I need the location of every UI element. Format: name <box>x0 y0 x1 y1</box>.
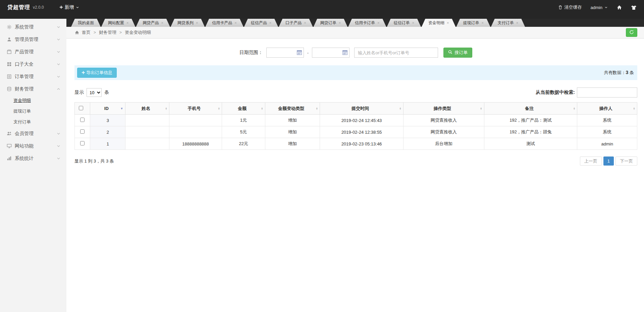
close-icon[interactable]: × <box>339 21 341 25</box>
column-header-id[interactable]: ID▼ <box>90 103 125 115</box>
column-label: 姓名 <box>142 106 150 111</box>
row-checkbox[interactable] <box>80 118 85 122</box>
row-checkbox[interactable] <box>80 141 85 145</box>
home-button[interactable] <box>616 5 622 10</box>
breadcrumb-home[interactable]: 首页 <box>82 29 91 36</box>
tshirt-icon <box>631 5 637 10</box>
tab-credit-card-product[interactable]: 信用卡产品× <box>205 19 243 27</box>
sidebar-subitem-withdraw-order[interactable]: 提现订单 <box>0 106 66 117</box>
user-menu[interactable]: admin <box>591 5 608 10</box>
cell-operator: admin <box>577 138 637 150</box>
sidebar-item-site[interactable]: 网站功能 <box>0 140 66 152</box>
close-icon[interactable]: × <box>412 21 414 25</box>
sidebar-item-system[interactable]: 系统管理 <box>0 21 66 33</box>
show-label: 显示 <box>74 89 84 96</box>
calendar-icon[interactable] <box>342 50 348 56</box>
close-icon[interactable]: × <box>234 21 236 25</box>
sidebar-item-label: 财务管理 <box>15 86 56 92</box>
tab-site-config[interactable]: 网站配置× <box>101 19 135 27</box>
close-icon[interactable]: × <box>196 21 198 25</box>
search-order-button[interactable]: 搜订单 <box>443 48 472 58</box>
tab-kouzi-product[interactable]: 口子产品× <box>279 19 313 27</box>
select-all-checkbox[interactable] <box>79 106 83 110</box>
cell-op-type: 网贷直推收入 <box>403 126 484 138</box>
tab-loan-series[interactable]: 网贷系列× <box>171 19 205 27</box>
tab-credit-card-order[interactable]: 信用卡订单× <box>348 19 386 27</box>
tab-payment-order[interactable]: 支付订单× <box>491 19 525 27</box>
column-header-change-type[interactable]: 金额变动类型▲▼ <box>265 103 320 115</box>
calendar-icon[interactable] <box>297 50 303 56</box>
tab-label: 网站配置 <box>108 20 124 26</box>
sidebar-item-stats[interactable]: 系统统计 <box>0 152 66 165</box>
table-row: 31元增加2019-02-24 12:45:43网贷直推收入192，推广产品：测… <box>75 115 637 126</box>
close-icon[interactable]: × <box>377 21 379 25</box>
sidebar-subitem-payment-order[interactable]: 支付订单 <box>0 117 66 127</box>
column-header-amount[interactable]: 金额▲▼ <box>222 103 265 115</box>
theme-button[interactable] <box>631 5 637 10</box>
row-checkbox[interactable] <box>80 129 85 134</box>
close-icon[interactable]: × <box>447 21 449 25</box>
close-icon[interactable]: × <box>269 21 271 25</box>
tab-credit-product[interactable]: 征信产品× <box>244 19 278 27</box>
tab-label: 资金明细 <box>428 20 444 26</box>
cell-change-type: 增加 <box>265 115 320 126</box>
close-icon[interactable]: × <box>481 21 483 25</box>
cell-change-type: 增加 <box>265 138 320 150</box>
tab-loan-product[interactable]: 网贷产品× <box>136 19 170 27</box>
export-orders-button[interactable]: 导出订单信息 <box>77 68 117 78</box>
column-header-operator[interactable]: 操作人▲▼ <box>577 103 637 115</box>
column-header-op-type[interactable]: 操作类型▲▼ <box>403 103 484 115</box>
column-header-remark[interactable]: 备注▲▼ <box>484 103 577 115</box>
close-icon[interactable]: × <box>516 21 518 25</box>
chevron-down-icon <box>56 131 61 136</box>
column-header-name[interactable]: 姓名▲▼ <box>125 103 169 115</box>
plus-icon <box>82 70 85 75</box>
next-page-button[interactable]: 下一页 <box>615 157 637 166</box>
tab-credit-order[interactable]: 征信订单× <box>387 19 421 27</box>
sidebar-item-finance[interactable]: 财务管理 <box>0 83 66 95</box>
column-header-phone[interactable]: 手机号▲▼ <box>169 103 222 115</box>
sidebar-item-admin[interactable]: 管理员管理 <box>0 33 66 46</box>
table-filter-input[interactable] <box>577 87 637 98</box>
sort-icon: ▲▼ <box>633 107 635 110</box>
list-controls: 显示 10 条 从当前数据中检索: <box>74 87 637 98</box>
app-version: v2.0.0 <box>33 5 44 10</box>
sort-icon: ▲▼ <box>261 107 263 110</box>
users-icon <box>7 131 12 136</box>
select-all-checkbox-cell <box>75 103 90 115</box>
page-number-button[interactable]: 1 <box>603 157 614 166</box>
tab-funds-detail[interactable]: 资金明细× <box>422 19 455 27</box>
tab-loan-order[interactable]: 网贷订单× <box>314 19 347 27</box>
tab-withdraw-order[interactable]: 提现订单× <box>456 19 490 27</box>
close-icon[interactable]: × <box>304 21 306 25</box>
cell-amount: 5元 <box>222 126 265 138</box>
sidebar-item-label: 订单管理 <box>15 74 56 80</box>
column-label: ID <box>104 106 109 111</box>
monitor-icon <box>7 143 12 149</box>
refresh-button[interactable] <box>626 28 637 37</box>
cell-change-type: 增加 <box>265 126 320 138</box>
page-size-select[interactable]: 10 <box>87 88 102 97</box>
column-header-submit-time[interactable]: 提交时间▲▼ <box>320 103 404 115</box>
keyword-search-input[interactable] <box>354 48 438 58</box>
sidebar-item-order[interactable]: 订单管理 <box>0 70 66 83</box>
close-icon[interactable]: × <box>161 21 163 25</box>
close-icon[interactable]: × <box>126 21 128 25</box>
cell-amount: 1元 <box>222 115 265 126</box>
chevron-down-icon <box>56 156 61 161</box>
row-checkbox-cell <box>75 126 90 138</box>
cell-operator: 系统 <box>577 115 637 126</box>
add-menu-button[interactable]: 新增 <box>59 4 79 10</box>
prev-page-button[interactable]: 上一页 <box>580 157 602 166</box>
sidebar-item-product[interactable]: 产品管理 <box>0 46 66 58</box>
sidebar-item-member[interactable]: 会员管理 <box>0 127 66 140</box>
sidebar-item-label: 口子大全 <box>15 61 56 67</box>
sidebar-subitem-funds-detail[interactable]: 资金明细 <box>0 95 66 106</box>
clear-cache-button[interactable]: 清空缓存 <box>558 4 582 10</box>
breadcrumb-finance[interactable]: 财务管理 <box>99 29 116 36</box>
cell-submit-time: 2019-02-24 12:38:55 <box>320 126 404 138</box>
column-label: 操作人 <box>599 106 612 111</box>
sidebar-item-kouzi[interactable]: 口子大全 <box>0 58 66 70</box>
tab-desktop[interactable]: 我的桌面 <box>71 19 101 27</box>
topbar: 贷超管理 v2.0.0 新增 清空缓存 admin <box>0 0 644 19</box>
